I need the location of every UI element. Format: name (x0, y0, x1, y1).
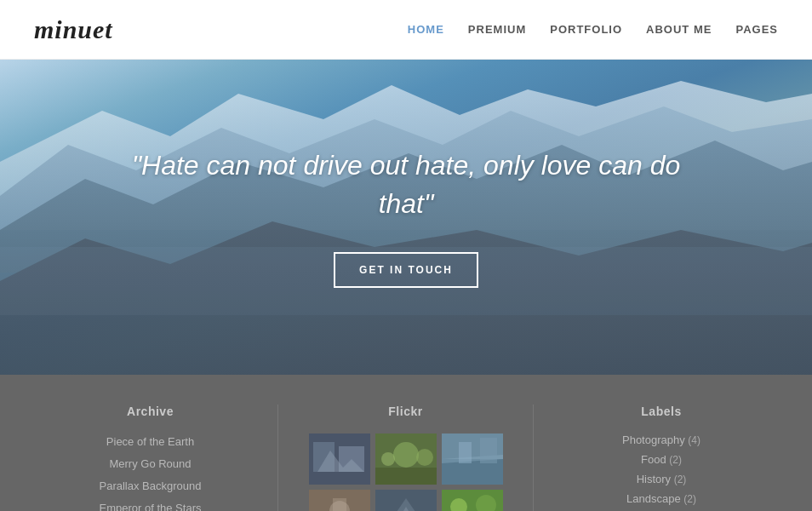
hero-section: "Hate can not drive out hate, only love … (0, 60, 812, 375)
archive-link[interactable]: Piece of the Earth (106, 435, 194, 448)
flickr-thumb[interactable] (442, 490, 503, 511)
nav-portfolio[interactable]: PORTFOLIO (550, 23, 622, 36)
svg-rect-18 (480, 438, 497, 463)
hero-quote: "Hate can not drive out hate, only love … (117, 146, 695, 223)
list-item: Merry Go Round (49, 456, 252, 471)
flickr-thumb[interactable] (375, 433, 437, 485)
list-item: Landscape (2) (559, 492, 763, 505)
label-link[interactable]: History (2) (637, 473, 687, 485)
nav-about-me[interactable]: ABOUT ME (646, 23, 712, 36)
svg-rect-11 (375, 468, 437, 485)
label-link[interactable]: Food (2) (641, 453, 682, 466)
nav-home[interactable]: HOME (408, 23, 444, 36)
list-item: History (2) (559, 473, 763, 485)
flickr-thumb[interactable] (375, 490, 437, 511)
labels-widget: Labels Photography (4) Food (2) History … (534, 405, 789, 511)
svg-point-10 (393, 442, 419, 468)
archive-link[interactable]: Parallax Background (100, 479, 202, 492)
site-logo[interactable]: minuet (34, 15, 113, 44)
get-in-touch-button[interactable]: GET IN TOUCH (334, 252, 478, 288)
flickr-thumb[interactable] (442, 433, 503, 485)
nav-pages[interactable]: PAGES (735, 23, 778, 36)
archive-list: Piece of the Earth Merry Go Round Parall… (49, 433, 252, 511)
svg-point-13 (416, 449, 433, 466)
archive-link[interactable]: Merry Go Round (109, 457, 191, 470)
svg-rect-22 (333, 498, 346, 511)
hero-content: "Hate can not drive out hate, only love … (117, 146, 695, 289)
archive-widget: Archive Piece of the Earth Merry Go Roun… (23, 405, 278, 511)
list-item: Photography (4) (559, 433, 763, 446)
list-item: Food (2) (559, 453, 763, 466)
labels-list: Photography (4) Food (2) History (2) Lan… (559, 433, 763, 511)
list-item: Parallax Background (49, 478, 252, 493)
nav-premium[interactable]: PREMIUM (468, 23, 526, 36)
svg-point-12 (381, 452, 395, 466)
flickr-thumb[interactable] (309, 433, 370, 485)
labels-title: Labels (559, 405, 763, 418)
flickr-widget: Flickr (278, 405, 534, 511)
list-item: Emperor of the Stars (49, 500, 252, 511)
main-nav: HOME PREMIUM PORTFOLIO ABOUT ME PAGES (408, 23, 778, 36)
svg-rect-17 (459, 442, 472, 463)
label-link[interactable]: Photography (4) (622, 433, 700, 446)
flickr-grid (304, 433, 507, 511)
footer-widgets: Archive Piece of the Earth Merry Go Roun… (0, 375, 812, 511)
site-header: minuet HOME PREMIUM PORTFOLIO ABOUT ME P… (0, 0, 812, 60)
archive-title: Archive (49, 405, 252, 418)
archive-link[interactable]: Emperor of the Stars (100, 502, 202, 511)
flickr-title: Flickr (304, 405, 507, 418)
list-item: Piece of the Earth (49, 433, 252, 449)
flickr-thumb[interactable] (309, 490, 370, 511)
label-link[interactable]: Landscape (2) (626, 492, 696, 505)
